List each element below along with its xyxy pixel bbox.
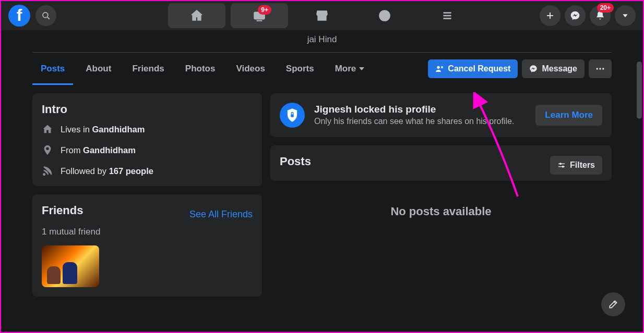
caret-down-icon	[621, 11, 629, 20]
locked-title: Jignesh locked his profile	[314, 104, 526, 115]
svg-rect-21	[291, 114, 294, 117]
plus-icon	[545, 11, 555, 20]
intro-heading: Intro	[42, 103, 253, 116]
tab-more[interactable]: More	[327, 54, 373, 83]
create-button[interactable]	[540, 5, 560, 26]
from-city: Gandhidham	[83, 145, 136, 155]
messenger-icon	[529, 65, 538, 73]
intro-card: Intro Lives in Gandhidham From Gandhidha…	[32, 93, 262, 186]
svg-point-14	[437, 66, 440, 68]
shield-icon	[280, 103, 305, 128]
no-posts-text: No posts available	[270, 189, 612, 234]
svg-point-25	[562, 166, 564, 167]
account-button[interactable]	[615, 5, 636, 26]
home-icon	[190, 9, 204, 22]
messenger-icon	[570, 10, 580, 21]
lives-prefix: Lives in	[61, 125, 92, 134]
svg-marker-13	[623, 14, 627, 17]
tab-about[interactable]: About	[77, 54, 120, 83]
svg-point-17	[597, 68, 598, 69]
home-icon	[42, 124, 53, 135]
person-cancel-icon	[435, 65, 444, 73]
notifications-button[interactable]: 20+	[590, 5, 611, 26]
posts-card: Posts Filters	[270, 145, 612, 181]
locked-subtitle: Only his friends can see what he shares …	[314, 116, 526, 127]
svg-point-23	[560, 163, 562, 165]
content: jai Hind Posts About Friends Photos Vide…	[1, 30, 643, 332]
nav-right: 20+	[540, 5, 643, 26]
right-column: Jignesh locked his profile Only his frie…	[270, 93, 612, 297]
lives-city: Gandhidham	[92, 125, 145, 134]
notifications-badge: 20+	[597, 3, 614, 13]
more-actions-button[interactable]	[589, 59, 612, 78]
messenger-button[interactable]	[565, 5, 586, 26]
search-button[interactable]	[35, 5, 56, 26]
facebook-logo[interactable]: f	[8, 5, 30, 27]
left-column: Intro Lives in Gandhidham From Gandhidha…	[32, 93, 262, 297]
friends-heading: Friends	[42, 204, 83, 217]
nav-center: 9+	[168, 1, 476, 30]
groups-icon	[378, 9, 391, 22]
filters-label: Filters	[570, 161, 595, 170]
followed-prefix: Followed by	[61, 166, 109, 176]
cancel-request-label: Cancel Request	[448, 64, 510, 73]
svg-point-19	[602, 68, 604, 69]
followed-count: 167 people	[109, 166, 153, 176]
location-icon	[42, 144, 53, 156]
nav-menu[interactable]	[419, 3, 476, 28]
see-all-friends-link[interactable]: See All Friends	[189, 209, 253, 220]
nav-marketplace[interactable]	[293, 3, 351, 28]
cancel-request-button[interactable]: Cancel Request	[428, 59, 518, 78]
svg-point-18	[599, 68, 601, 69]
intro-lives-in: Lives in Gandhidham	[42, 124, 253, 135]
svg-point-7	[385, 14, 387, 16]
nav-home[interactable]	[168, 3, 225, 28]
friends-card: Friends See All Friends 1 mutual friend	[32, 194, 262, 297]
profile-actions: Cancel Request Message	[428, 59, 612, 78]
edit-icon	[608, 299, 618, 310]
svg-point-6	[382, 14, 384, 16]
svg-point-20	[43, 174, 45, 175]
profile-tabs-row: Posts About Friends Photos Videos Sports…	[1, 53, 643, 85]
svg-line-1	[47, 17, 50, 19]
filters-button[interactable]: Filters	[550, 156, 602, 175]
watch-badge: 9+	[258, 5, 271, 15]
intro-from: From Gandhidham	[42, 144, 253, 156]
learn-more-button[interactable]: Learn More	[535, 105, 602, 126]
nav-groups[interactable]	[356, 3, 413, 28]
tab-sports[interactable]: Sports	[278, 54, 323, 83]
compose-fab[interactable]	[601, 292, 625, 316]
intro-followed: Followed by 167 people	[42, 165, 253, 177]
nav-watch[interactable]: 9+	[231, 3, 288, 28]
svg-point-0	[43, 13, 48, 18]
tab-friends[interactable]: Friends	[124, 54, 172, 83]
scrollbar[interactable]	[637, 61, 642, 119]
marketplace-icon	[315, 9, 329, 22]
tab-more-label: More	[335, 64, 356, 74]
ellipsis-icon	[595, 64, 605, 74]
rss-icon	[42, 165, 53, 177]
top-nav: f 9+ 20+	[1, 1, 643, 30]
svg-point-5	[379, 10, 390, 21]
message-label: Message	[542, 64, 577, 73]
tab-photos[interactable]: Photos	[177, 54, 224, 83]
mutual-friends-text: 1 mutual friend	[42, 227, 253, 237]
profile-bio: jai Hind	[1, 30, 643, 52]
profile-tabs: Posts About Friends Photos Videos Sports…	[32, 54, 373, 83]
search-icon	[41, 11, 51, 20]
friend-thumbnail[interactable]	[42, 245, 99, 287]
from-prefix: From	[61, 145, 83, 155]
tab-videos[interactable]: Videos	[228, 54, 273, 83]
menu-icon	[440, 9, 454, 22]
tab-posts[interactable]: Posts	[32, 54, 73, 83]
filters-icon	[557, 161, 566, 169]
chevron-down-icon	[359, 67, 364, 70]
posts-heading: Posts	[280, 155, 311, 168]
message-button[interactable]: Message	[522, 59, 585, 78]
locked-profile-card: Jignesh locked his profile Only his frie…	[270, 93, 612, 137]
